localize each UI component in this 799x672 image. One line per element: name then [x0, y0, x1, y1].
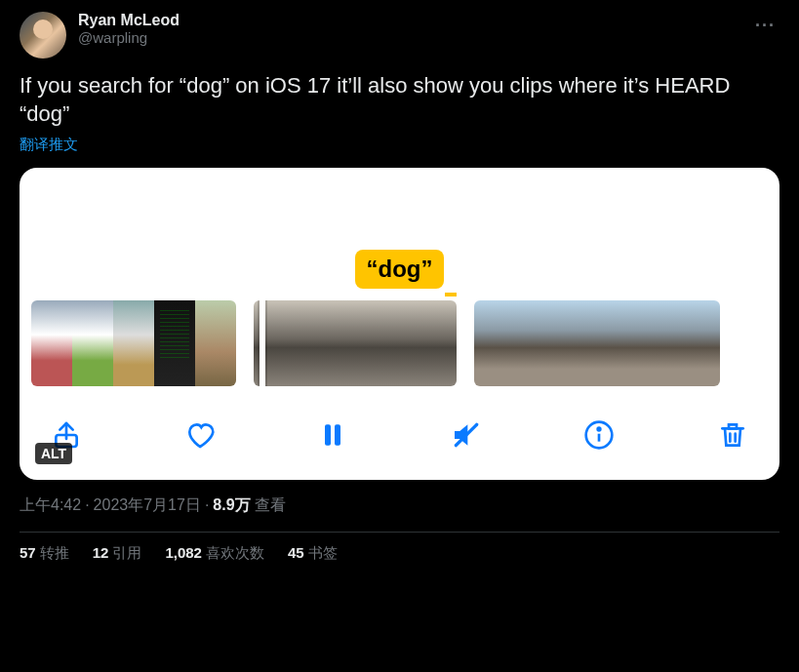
- media-card[interactable]: “dog”: [20, 168, 779, 480]
- more-icon[interactable]: ···: [751, 12, 779, 40]
- thumbnail: [597, 300, 638, 386]
- thumbnail: [154, 300, 195, 386]
- thumbnail: [556, 300, 597, 386]
- stat-retweets[interactable]: 57转推: [20, 544, 69, 563]
- thumbnail: [474, 300, 515, 386]
- stat-bookmarks[interactable]: 45书签: [288, 544, 338, 563]
- info-icon[interactable]: [581, 417, 617, 453]
- translate-link[interactable]: 翻译推文: [20, 136, 78, 154]
- playhead-marker: [445, 293, 457, 296]
- views-label: 查看: [255, 496, 286, 513]
- trash-icon[interactable]: [715, 417, 750, 453]
- clip-group[interactable]: [31, 300, 236, 386]
- author-handle: @warpling: [78, 29, 180, 46]
- thumbnail: [195, 300, 236, 386]
- tweet-container: Ryan McLeod @warpling ··· If you search …: [0, 0, 799, 574]
- pause-icon[interactable]: [315, 417, 350, 453]
- alt-badge[interactable]: ALT: [35, 443, 72, 464]
- thumbnail: [31, 300, 72, 386]
- svg-point-6: [598, 428, 601, 431]
- stat-num: 45: [288, 544, 304, 561]
- avatar[interactable]: [20, 12, 66, 59]
- stat-likes[interactable]: 1,082喜欢次数: [165, 544, 264, 563]
- filmstrip[interactable]: [20, 217, 779, 396]
- tweet-header: Ryan McLeod @warpling ···: [20, 12, 779, 59]
- views-count: 8.9万: [213, 496, 250, 513]
- thumbnail: [113, 300, 154, 386]
- author-block[interactable]: Ryan McLeod @warpling: [78, 12, 180, 46]
- meta-row[interactable]: 上午4:42·2023年7月17日·8.9万 查看: [20, 495, 779, 516]
- thumbnail: [679, 300, 720, 386]
- thumbnail: [254, 300, 304, 386]
- caption-tooltip: “dog”: [355, 250, 445, 289]
- stat-label: 喜欢次数: [206, 544, 264, 561]
- post-date: 2023年7月17日: [94, 496, 201, 513]
- mute-icon[interactable]: [449, 417, 484, 453]
- thumbnail: [72, 300, 113, 386]
- clip-group-active[interactable]: [254, 300, 457, 386]
- stat-num: 1,082: [165, 544, 202, 561]
- stat-quotes[interactable]: 12引用: [93, 544, 142, 563]
- post-time: 上午4:42: [20, 496, 81, 513]
- stat-num: 57: [20, 544, 36, 561]
- stat-label: 书签: [308, 544, 338, 561]
- svg-rect-2: [335, 425, 340, 446]
- thumbnail: [355, 300, 406, 386]
- divider: [20, 532, 779, 533]
- media-toolbar: [20, 396, 779, 480]
- media-inner: “dog”: [20, 168, 779, 480]
- clip-group[interactable]: [474, 300, 720, 386]
- stats-row: 57转推 12引用 1,082喜欢次数 45书签: [20, 544, 779, 563]
- thumbnail: [304, 300, 355, 386]
- svg-rect-1: [325, 425, 331, 446]
- author-name: Ryan McLeod: [78, 12, 180, 29]
- stat-num: 12: [93, 544, 109, 561]
- thumbnail: [515, 300, 556, 386]
- stat-label: 引用: [112, 544, 141, 561]
- thumbnail: [638, 300, 679, 386]
- stat-label: 转推: [40, 544, 69, 561]
- tweet-body: If you search for “dog” on iOS 17 it’ll …: [20, 72, 779, 128]
- heart-icon[interactable]: [182, 417, 218, 453]
- thumbnail: [406, 300, 457, 386]
